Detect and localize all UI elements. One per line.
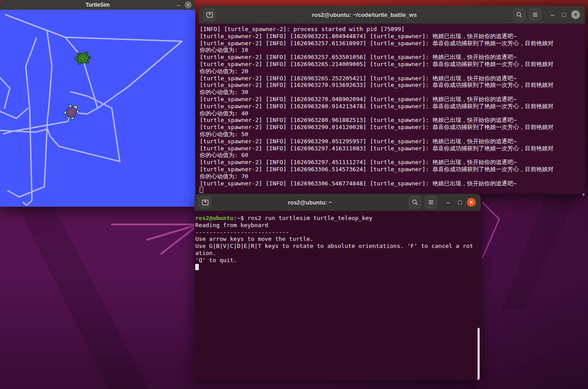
terminal-line: [turtle_spawner-2] [INFO] [1626963270.91…: [200, 82, 584, 89]
minimize-button[interactable]: –: [442, 196, 454, 208]
prompt-path: ~: [237, 215, 241, 221]
close-button[interactable]: ×: [570, 9, 581, 20]
terminal-titlebar[interactable]: ros2@ubuntu: ~ – □ ×: [194, 194, 481, 211]
turtle-trail: [47, 92, 120, 161]
wallpaper-dark-band-right: [501, 195, 577, 310]
search-button[interactable]: [409, 196, 421, 208]
turtlesim-canvas: [0, 10, 195, 207]
terminal-log: [INFO] [turtle_spawner-2]: process start…: [200, 26, 584, 187]
terminal-output[interactable]: [INFO] [turtle_spawner-2]: process start…: [199, 24, 585, 196]
terminal-line: 你的心动值为: 60: [200, 152, 584, 159]
turtle-purple: [62, 102, 82, 122]
turtlesim-titlebar[interactable]: TurtleSim – ×: [0, 0, 195, 10]
wallpaper-rays: [111, 224, 199, 254]
terminal-line: [turtle_spawner-2] [INFO] [1626963290.01…: [200, 124, 584, 131]
maximize-button[interactable]: □: [558, 9, 570, 20]
new-tab-icon: [202, 200, 209, 205]
terminal-line: [turtle_spawner-2] [INFO] [1626963257.61…: [200, 40, 584, 47]
turtle-trail: [23, 38, 36, 205]
wallpaper-chevron: [482, 202, 499, 258]
turtle-trail: [0, 78, 10, 108]
prompt-colon: :: [233, 215, 237, 221]
terminal-line: [turtle_spawner-2] [INFO] [1626963306.51…: [200, 166, 584, 173]
terminal-line: ation.: [195, 250, 480, 257]
close-icon: ×: [467, 198, 476, 207]
terminal-line: Use arrow keys to move the turtle.: [195, 236, 480, 243]
terminal-line: [turtle_spawner-2] [INFO] [1626963265.21…: [200, 61, 584, 68]
close-button[interactable]: ×: [466, 196, 477, 208]
close-icon: ×: [571, 10, 580, 19]
prompt-command: ros2 run turtlesim turtle_teleop_key: [247, 215, 372, 221]
turtle-green: [74, 51, 91, 66]
terminal-line: [turtle_spawner-2] [INFO] [1626963280.96…: [200, 117, 584, 124]
terminal-line: Reading from keyboard: [195, 222, 480, 229]
wallpaper-dark-band: [18, 207, 149, 389]
prompt-dollar: $: [241, 215, 248, 221]
turtle-trail: [65, 37, 98, 114]
search-icon: [412, 199, 418, 205]
terminal-line: [turtle_spawner-2] [INFO] [1626963297.41…: [200, 145, 584, 152]
terminal-cursor: [195, 264, 199, 270]
terminal-output[interactable]: ros2@ubuntu:~$ ros2 run turtlesim turtle…: [194, 211, 481, 381]
window-title: ros2@ubuntu: ~: [211, 199, 409, 206]
menu-icon: [532, 12, 538, 17]
search-icon: [516, 12, 522, 18]
terminal-line: [turtle_spawner-2] [INFO] [1626963306.54…: [200, 180, 584, 187]
turtle-trail: [98, 41, 182, 108]
scrollbar[interactable]: [583, 193, 584, 196]
terminal-log: Reading from keyboard-------------------…: [195, 222, 480, 264]
terminal-window-spawner[interactable]: ros2@ubuntu: ~/code/turtle_battle_ws – □…: [199, 6, 585, 194]
terminal-line: [turtle_spawner-2] [INFO] [1626963257.65…: [200, 54, 584, 61]
terminal-window-teleop[interactable]: ros2@ubuntu: ~ – □ × ros2@ubunt: [194, 194, 481, 380]
new-tab-button[interactable]: [203, 8, 216, 21]
menu-button[interactable]: [529, 8, 541, 21]
close-button[interactable]: ×: [185, 1, 192, 8]
terminal-cursor: [200, 187, 203, 193]
turtlesim-title: TurtleSim: [0, 2, 195, 8]
terminal-line: 你的心动值为: 30: [200, 89, 584, 96]
prompt-user: ros2@ubuntu: [195, 215, 233, 221]
prompt-line: ros2@ubuntu:~$ ros2 run turtlesim turtle…: [195, 215, 480, 222]
terminal-line: [turtle_spawner-2] [INFO] [1626963290.05…: [200, 138, 584, 145]
terminal-line: [turtle_spawner-2] [INFO] [1626963270.94…: [200, 96, 584, 103]
minimize-button[interactable]: –: [547, 9, 558, 20]
terminal-line: [turtle_spawner-2] [INFO] [1626963280.91…: [200, 103, 584, 110]
new-tab-icon: [206, 12, 213, 18]
terminal-line: Use G|B|V|C|D|E|R|T keys to rotate to ab…: [195, 243, 480, 250]
maximize-button[interactable]: □: [454, 196, 466, 208]
ubuntu-desktop: TurtleSim – ×: [0, 0, 588, 389]
terminal-line: 'Q' to quit.: [195, 257, 480, 264]
terminal-line: 你的心动值为: 10: [200, 47, 584, 54]
scrollbar[interactable]: [478, 328, 480, 381]
minimize-button[interactable]: –: [177, 2, 180, 8]
terminal-titlebar[interactable]: ros2@ubuntu: ~/code/turtle_battle_ws – □…: [199, 6, 585, 24]
terminal-line: [turtle_spawner-2] [INFO] [1626963221.80…: [200, 33, 584, 40]
terminal-line: 你的心动值为: 50: [200, 131, 584, 138]
menu-button[interactable]: [425, 196, 437, 208]
terminal-line: [turtle_spawner-2] [INFO] [1626963297.45…: [200, 159, 584, 166]
turtle-trail: [0, 108, 28, 118]
terminal-line: 你的心动值为: 70: [200, 173, 584, 180]
new-tab-button[interactable]: [199, 196, 211, 208]
turtle-trail: [5, 15, 182, 41]
turtlesim-window: TurtleSim – ×: [0, 0, 195, 207]
terminal-line: [turtle_spawner-2] [INFO] [1626963265.25…: [200, 75, 584, 82]
turtle-trail: [4, 112, 71, 134]
menu-icon: [428, 200, 434, 205]
terminal-line: [INFO] [turtle_spawner-2]: process start…: [200, 26, 584, 33]
terminal-line: 你的心动值为: 20: [200, 68, 584, 75]
window-title: ros2@ubuntu: ~/code/turtle_battle_ws: [216, 12, 513, 18]
terminal-line: ---------------------------: [195, 229, 480, 236]
search-button[interactable]: [513, 8, 525, 21]
terminal-line: 你的心动值为: 40: [200, 110, 584, 117]
